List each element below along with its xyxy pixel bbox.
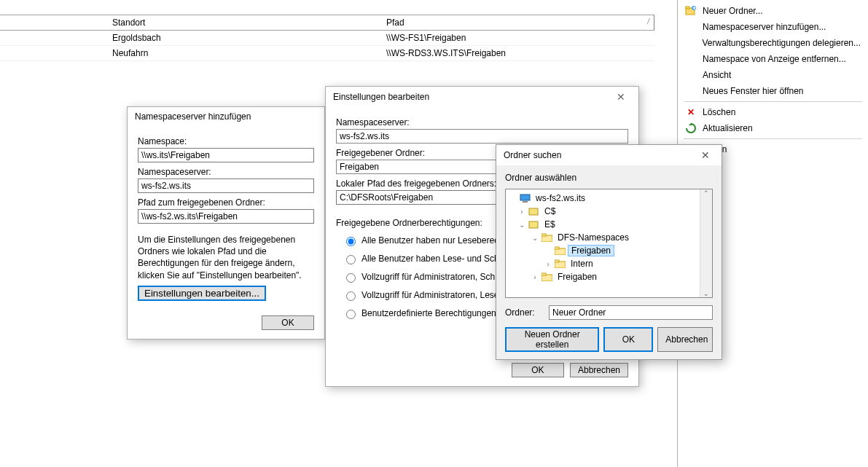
scrollbar[interactable] bbox=[700, 189, 712, 297]
radio-input[interactable] bbox=[346, 291, 356, 301]
action-delete[interactable]: ✕ Löschen bbox=[678, 104, 868, 120]
blank-icon bbox=[685, 53, 697, 65]
folder-new-icon: ★ bbox=[685, 5, 697, 17]
action-add-namespace-server[interactable]: Namespaceserver hinzufügen... bbox=[678, 19, 868, 35]
cancel-button[interactable]: Abbrechen bbox=[570, 363, 628, 377]
tree-node-dfs-namespaces[interactable]: ⌄ DFS-Namespaces bbox=[506, 231, 712, 244]
dialog-title: Namespaceserver hinzufügen bbox=[135, 111, 251, 122]
dialog-titlebar[interactable]: Einstellungen bearbeiten ✕ bbox=[326, 87, 638, 107]
folder-label: Ordner: bbox=[505, 307, 549, 318]
svg-rect-4 bbox=[520, 195, 530, 200]
folder-icon bbox=[541, 232, 552, 243]
col-pfad[interactable]: Pfad/ bbox=[382, 15, 654, 30]
action-new-window[interactable]: Neues Fenster hier öffnen bbox=[678, 83, 868, 99]
folder-icon bbox=[554, 246, 566, 256]
create-new-folder-button[interactable]: Neuen Ordner erstellen bbox=[505, 327, 599, 352]
folder-name-input[interactable] bbox=[549, 305, 713, 320]
server-field[interactable] bbox=[138, 178, 314, 193]
ok-button[interactable]: OK bbox=[262, 315, 314, 330]
drive-icon bbox=[528, 206, 539, 216]
namespace-field[interactable] bbox=[138, 148, 314, 162]
radio-input[interactable] bbox=[346, 255, 356, 264]
col-empty[interactable] bbox=[0, 15, 108, 30]
cancel-button[interactable]: Abbrechen bbox=[657, 327, 713, 352]
table-header: Standort Pfad/ bbox=[0, 15, 654, 31]
close-icon[interactable]: ✕ bbox=[695, 149, 716, 161]
refresh-icon bbox=[685, 122, 697, 134]
action-refresh[interactable]: Aktualisieren bbox=[678, 120, 868, 136]
ok-button[interactable]: OK bbox=[603, 327, 653, 352]
separator bbox=[684, 138, 862, 139]
blank-icon bbox=[685, 21, 697, 33]
col-standort[interactable]: Standort bbox=[108, 15, 382, 30]
dialog-titlebar[interactable]: Namespaceserver hinzufügen bbox=[128, 107, 324, 126]
svg-rect-13 bbox=[555, 260, 559, 262]
ok-button[interactable]: OK bbox=[512, 363, 564, 377]
server-label: Namespaceserver: bbox=[138, 167, 314, 177]
add-namespace-server-dialog: Namespaceserver hinzufügen Namespace: Na… bbox=[127, 106, 325, 340]
tree-node-freigaben[interactable]: › Freigaben bbox=[506, 270, 712, 283]
path-label: Pfad zum freigegebenen Ordner: bbox=[138, 197, 314, 208]
browse-folder-dialog: Ordner suchen ✕ Ordner auswählen › ws-fs… bbox=[496, 144, 722, 360]
svg-rect-7 bbox=[529, 221, 538, 228]
svg-rect-9 bbox=[541, 234, 546, 236]
svg-rect-6 bbox=[529, 208, 538, 215]
collapse-icon[interactable]: ⌄ bbox=[531, 234, 539, 242]
svg-rect-15 bbox=[541, 273, 546, 275]
edit-settings-button[interactable]: Einstellungen bearbeiten... bbox=[138, 286, 266, 301]
action-view[interactable]: Ansicht bbox=[678, 67, 868, 83]
action-remove-namespace[interactable]: Namespace von Anzeige entfernen... bbox=[678, 51, 868, 67]
expand-icon[interactable]: › bbox=[544, 260, 552, 268]
dialog-title: Einstellungen bearbeiten bbox=[333, 92, 429, 102]
svg-rect-11 bbox=[555, 247, 559, 249]
svg-text:★: ★ bbox=[692, 6, 696, 10]
path-field[interactable] bbox=[138, 209, 314, 224]
expand-icon[interactable]: › bbox=[517, 208, 526, 216]
tree-node-freigaben-selected[interactable]: › Freigaben bbox=[506, 244, 712, 257]
collapse-icon[interactable]: ⌄ bbox=[517, 221, 526, 229]
svg-rect-1 bbox=[686, 7, 689, 9]
folder-tree[interactable]: › ws-fs2.ws.its › C$ ⌄ E$ ⌄ DFS- bbox=[505, 189, 713, 298]
server-value: ws-fs2.ws.its bbox=[336, 129, 628, 144]
svg-rect-5 bbox=[523, 201, 528, 203]
radio-input[interactable] bbox=[346, 310, 356, 319]
action-new-folder[interactable]: ★ Neuer Ordner... bbox=[678, 3, 868, 19]
dialog-title: Ordner suchen bbox=[504, 150, 561, 160]
expand-icon[interactable]: › bbox=[531, 273, 539, 281]
delete-icon: ✕ bbox=[685, 106, 697, 118]
action-delegate-permissions[interactable]: Verwaltungsberechtigungen delegieren... bbox=[678, 35, 868, 51]
separator bbox=[684, 101, 862, 102]
table-row[interactable]: Ergoldsbach \\WS-FS1\Freigaben bbox=[0, 31, 654, 46]
folder-icon bbox=[541, 272, 552, 282]
blank-icon bbox=[685, 85, 697, 97]
drive-icon bbox=[528, 219, 539, 229]
radio-input[interactable] bbox=[346, 273, 356, 283]
namespace-label: Namespace: bbox=[138, 136, 314, 146]
tree-node-intern[interactable]: › Intern bbox=[506, 257, 712, 270]
folder-icon bbox=[554, 259, 566, 269]
server-label: Namespaceserver: bbox=[336, 117, 628, 127]
subtitle: Ordner auswählen bbox=[505, 173, 713, 183]
tree-node-drive-c[interactable]: › C$ bbox=[506, 205, 712, 218]
blank-icon bbox=[685, 37, 697, 49]
radio-input[interactable] bbox=[346, 237, 356, 246]
close-icon[interactable]: ✕ bbox=[611, 91, 631, 103]
dialog-titlebar[interactable]: Ordner suchen ✕ bbox=[496, 145, 722, 165]
namespace-servers-table: Standort Pfad/ Ergoldsbach \\WS-FS1\Frei… bbox=[0, 15, 654, 61]
help-text: Um die Einstellungen des freigegebenen O… bbox=[138, 234, 314, 281]
computer-icon bbox=[519, 193, 531, 203]
tree-node-computer[interactable]: › ws-fs2.ws.its bbox=[506, 192, 712, 205]
table-row[interactable]: Neufahrn \\WS-RDS3.WS.ITS\Freigaben bbox=[0, 46, 654, 61]
tree-node-drive-e[interactable]: ⌄ E$ bbox=[506, 218, 712, 231]
blank-icon bbox=[685, 69, 697, 81]
